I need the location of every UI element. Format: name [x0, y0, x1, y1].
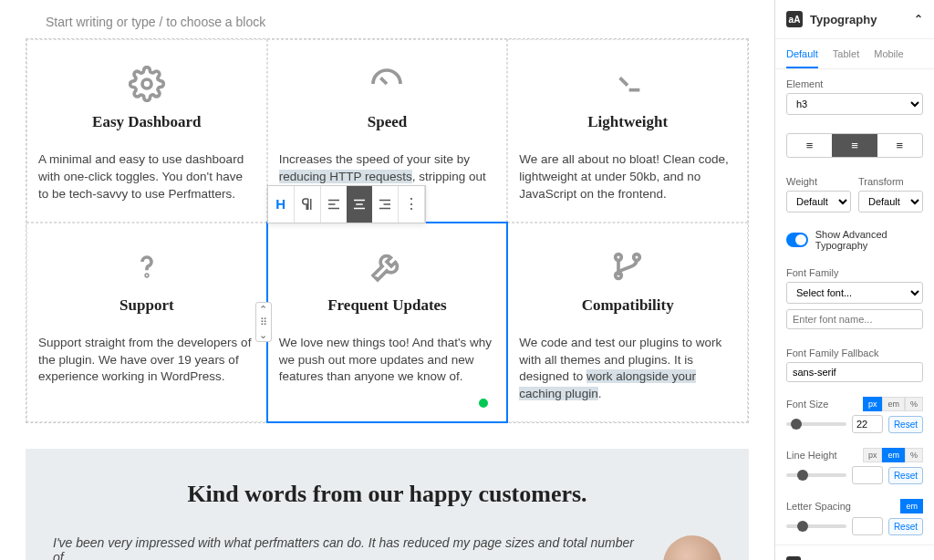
feature-description: A minimal and easy to use dashboard with…	[38, 151, 255, 203]
font-size-reset-button[interactable]: Reset	[888, 416, 923, 433]
sidebar: aA Typography ⌃ Default Tablet Mobile El…	[774, 0, 934, 560]
advanced-typography-toggle[interactable]	[786, 233, 808, 247]
paragraph-button[interactable]	[295, 186, 320, 223]
block-mover[interactable]: ⌃⠿⌄	[255, 302, 272, 342]
advanced-typography-label: Show Advanced Typography	[815, 229, 923, 251]
typography-icon: aA	[786, 11, 803, 27]
tab-tablet[interactable]: Tablet	[833, 48, 859, 68]
tab-mobile[interactable]: Mobile	[874, 48, 903, 68]
font-size-label: Font Size	[786, 399, 828, 410]
font-family-control: Font Family Select font...	[775, 258, 934, 338]
testimonials-block: Kind words from our happy customers. I'v…	[26, 449, 749, 560]
unit-percent[interactable]: %	[905, 397, 923, 411]
unit-em-ls[interactable]: em	[900, 499, 923, 513]
line-height-units: px em %	[863, 448, 923, 462]
font-size-units: px em %	[863, 397, 923, 411]
move-down-button[interactable]: ⌄	[256, 328, 271, 341]
features-grid: Easy DashboardA minimal and easy to use …	[26, 38, 749, 423]
grammar-indicator-icon	[477, 397, 490, 410]
unit-em-lh[interactable]: em	[882, 448, 905, 462]
line-height-reset-button[interactable]: Reset	[888, 467, 923, 484]
transform-label: Transform	[858, 176, 923, 187]
tab-default[interactable]: Default	[786, 48, 818, 68]
line-height-label: Line Height	[786, 450, 837, 461]
weight-label: Weight	[786, 176, 851, 187]
feature-description: Support straight from the developers of …	[38, 335, 255, 387]
letter-spacing-reset-button[interactable]: Reset	[888, 518, 923, 535]
feature-title: Speed	[279, 113, 496, 131]
svg-point-3	[146, 275, 148, 276]
testimonials-heading: Kind words from our happy customers.	[53, 481, 721, 508]
feature-title: Support	[38, 296, 255, 315]
editor-canvas[interactable]: Start writing or type / to choose a bloc…	[0, 0, 774, 560]
feature-card[interactable]: Frequent UpdatesWe love new things too! …	[267, 223, 508, 423]
feature-title: Compatibility	[519, 296, 736, 315]
weight-transform-control: Weight Default Transform Default	[775, 167, 934, 222]
font-size-slider[interactable]	[786, 422, 846, 426]
advanced-typography-toggle-row: Show Advanced Typography	[775, 222, 934, 258]
weight-select[interactable]: Default	[786, 191, 851, 213]
feature-description: We love new things too! And that's why w…	[279, 335, 496, 387]
testimonial-avatar	[663, 535, 721, 560]
font-name-input[interactable]	[786, 309, 923, 329]
line-height-slider[interactable]	[786, 473, 846, 477]
letter-spacing-label: Letter Spacing	[786, 501, 851, 512]
letter-spacing-slider[interactable]	[786, 524, 846, 528]
device-tabs: Default Tablet Mobile	[775, 39, 934, 69]
line-height-input[interactable]	[852, 466, 883, 484]
fallback-control: Font Family Fallback	[775, 338, 934, 391]
align-right-button[interactable]: ≡	[877, 134, 922, 157]
question-icon	[38, 246, 255, 287]
feature-card[interactable]: CompatibilityWe code and test our plugin…	[507, 223, 748, 423]
feature-description: We are all about no bloat! Clean code, l…	[519, 151, 736, 203]
feature-card[interactable]: SupportSupport straight from the develop…	[26, 223, 267, 423]
unit-px-lh[interactable]: px	[863, 448, 883, 462]
testimonial-text: I've been very impressed with what perfm…	[53, 535, 636, 560]
letter-spacing-input[interactable]	[852, 517, 883, 535]
chevron-up-icon: ⌃	[914, 13, 923, 26]
code-icon	[519, 63, 736, 104]
block-toolbar: H ⋮	[267, 185, 426, 223]
svg-line-1	[381, 78, 388, 84]
font-family-label: Font Family	[786, 267, 923, 278]
feature-description: We code and test our plugins to work wit…	[519, 335, 736, 404]
element-select[interactable]: h3	[786, 93, 923, 115]
block-type-button[interactable]: H	[268, 186, 294, 223]
align-center-button[interactable]: ≡	[832, 134, 877, 157]
feature-card[interactable]: Easy DashboardA minimal and easy to use …	[26, 39, 267, 223]
wrench-icon	[279, 246, 496, 287]
align-left-button[interactable]: ≡	[787, 134, 832, 157]
block-placeholder[interactable]: Start writing or type / to choose a bloc…	[0, 0, 774, 38]
align-right-button[interactable]	[372, 186, 398, 223]
feature-title: Frequent Updates	[279, 296, 496, 315]
element-control: Element h3	[775, 69, 934, 124]
spacing-title: Spacing	[808, 557, 855, 561]
panel-title: Typography	[810, 13, 877, 26]
move-up-button[interactable]: ⌃	[256, 303, 271, 316]
feature-card[interactable]: LightweightWe are all about no bloat! Cl…	[507, 39, 748, 223]
panel-spacing-header[interactable]: Spacing ⌄	[775, 544, 934, 560]
panel-typography-header[interactable]: aA Typography ⌃	[775, 0, 934, 39]
font-family-select[interactable]: Select font...	[786, 282, 923, 304]
gauge-icon	[279, 63, 496, 104]
gear-icon	[38, 63, 255, 104]
feature-title: Easy Dashboard	[38, 113, 255, 131]
feature-title: Lightweight	[519, 113, 736, 131]
unit-px[interactable]: px	[863, 397, 883, 411]
align-left-button[interactable]	[321, 186, 347, 223]
align-control: ≡ ≡ ≡	[775, 124, 934, 167]
svg-point-0	[142, 79, 151, 88]
transform-select[interactable]: Default	[858, 191, 923, 213]
drag-handle[interactable]: ⠿	[256, 316, 271, 328]
font-size-input[interactable]	[852, 415, 883, 433]
unit-percent-lh[interactable]: %	[905, 448, 923, 462]
fallback-label: Font Family Fallback	[786, 347, 923, 358]
more-options-button[interactable]: ⋮	[399, 186, 424, 223]
align-center-button[interactable]	[347, 186, 372, 223]
fallback-input[interactable]	[786, 362, 923, 382]
element-label: Element	[786, 78, 923, 89]
chevron-down-icon: ⌄	[913, 557, 923, 561]
unit-em[interactable]: em	[882, 397, 905, 411]
branch-icon	[519, 246, 736, 287]
spacing-icon	[786, 556, 801, 560]
